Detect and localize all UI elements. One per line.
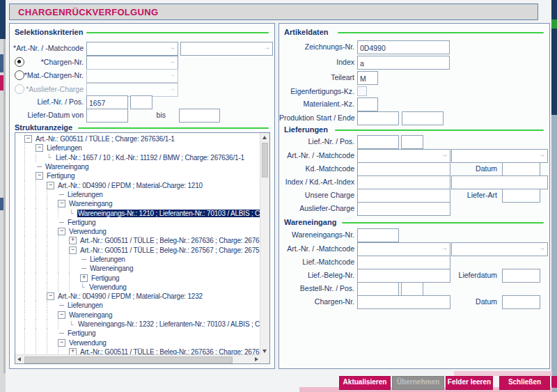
collapse-icon[interactable]: − [24, 135, 32, 143]
tree-node[interactable]: −Verwendung [16, 338, 260, 347]
tree-node[interactable]: Lieferungen [16, 301, 260, 310]
uebernehmen-button[interactable]: Übernehmen [392, 376, 444, 390]
lief-matchcode-input[interactable] [358, 257, 450, 269]
bestell-nr-input[interactable] [358, 283, 398, 296]
kd-matchcode-input[interactable] [358, 164, 450, 176]
bestell-nr-field[interactable] [357, 282, 399, 296]
lieferungen-art-matchcode-field[interactable]: → [451, 149, 548, 163]
materialent-kz-field[interactable] [357, 97, 378, 111]
produktion-ende-field[interactable] [402, 111, 444, 125]
tree-node[interactable]: −Wareneingang [16, 311, 260, 320]
lieferungen-lief-nr-input[interactable] [358, 136, 398, 149]
lief-nr-field[interactable] [86, 95, 128, 109]
liefer-art-input[interactable] [503, 190, 540, 203]
lieferungen-datum-field[interactable] [502, 162, 540, 176]
collapse-icon[interactable]: − [36, 144, 43, 152]
vertical-scroll-thumb[interactable] [262, 143, 268, 178]
lieferungen-art-matchcode-input[interactable] [452, 150, 547, 163]
liefer-datum-von-field[interactable] [86, 109, 128, 123]
wareneingang-chargen-nr-field[interactable] [357, 295, 450, 309]
collapse-icon[interactable]: − [47, 292, 54, 300]
collapse-icon[interactable]: − [36, 172, 43, 180]
aktualisieren-button[interactable]: Aktualisieren [339, 376, 391, 390]
liefer-art-field[interactable] [502, 189, 540, 203]
mat-chargen-field[interactable]: → [86, 69, 178, 83]
tree-node[interactable]: −Art.-Nr.: G00511 / TÜLLE ; Beleg-Nr.: 2… [16, 246, 260, 255]
tree-node[interactable]: +Fertigung [16, 273, 260, 282]
tree-node[interactable]: −Art.-Nr.: 0D4990 / EPDM ; Material-Char… [16, 292, 260, 301]
tree-node[interactable]: +Art.-Nr.: G00511 / TÜLLE ; Beleg-Nr.: 2… [16, 347, 260, 354]
eigenfertigungs-kz-checkbox[interactable] [357, 86, 367, 96]
tree-node[interactable]: −Verwendung [16, 227, 260, 236]
tree-node[interactable]: Wareneingang [16, 264, 260, 273]
tree-node[interactable]: −Art.-Nr.: 0D4990 / EPDM ; Material-Char… [16, 180, 260, 189]
art-matchcode-input[interactable] [181, 43, 272, 56]
tree-node[interactable]: └Wareneingangs-Nr.: 1232 ; Lieferanten-N… [16, 320, 260, 329]
liefer-datum-bis-input[interactable] [180, 110, 219, 123]
tree-node[interactable]: −Fertigung [16, 171, 260, 180]
tree-node[interactable]: └Verwendung [16, 283, 260, 292]
index-field[interactable] [357, 56, 450, 70]
wareneingangs-nr-field[interactable] [357, 228, 399, 242]
index-input-1[interactable] [358, 177, 450, 189]
lief-matchcode-field[interactable] [357, 256, 450, 269]
collapse-icon[interactable]: − [58, 228, 65, 235]
bestell-pos-input[interactable] [402, 283, 423, 296]
schliessen-button[interactable]: Schließen [499, 376, 550, 390]
liefer-datum-bis-field[interactable] [179, 109, 220, 123]
wareneingang-datum-input[interactable] [503, 297, 540, 309]
lieferungen-pos-field[interactable] [401, 135, 423, 149]
felder-leeren-button[interactable]: Felder leeren [446, 376, 493, 390]
lief-beleg-nr-input[interactable] [358, 270, 450, 283]
bestell-pos-field[interactable] [401, 282, 423, 296]
scroll-left-icon[interactable] [17, 357, 21, 361]
tree-node[interactable]: −Lieferungen [16, 143, 260, 152]
lieferungen-art-nr-field[interactable]: → [357, 149, 450, 163]
tree-node[interactable]: Lieferungen [16, 255, 260, 264]
lieferungen-datum-input[interactable] [503, 164, 540, 176]
wareneingang-art-matchcode-field[interactable]: → [451, 242, 548, 256]
lief-pos-input[interactable] [131, 97, 152, 109]
unsere-charge-field[interactable] [357, 189, 450, 203]
produktion-start-input[interactable] [358, 113, 398, 125]
collapse-icon[interactable]: − [58, 339, 65, 347]
lieferungen-art-nr-input[interactable] [358, 150, 450, 163]
tree-node[interactable]: └Lief.-Nr.: 1657 / 10 ; Kd.-Nr.: 11192 /… [16, 153, 260, 162]
collapse-icon[interactable]: − [58, 311, 65, 319]
tree-node[interactable]: −Wareneingang [16, 199, 260, 208]
ausliefer-charge-2-field[interactable] [357, 202, 450, 216]
tree-node[interactable]: └Wareneingangs-Nr.: 1210 ; Lieferanten-N… [16, 208, 260, 217]
lief-pos-field[interactable] [130, 95, 152, 109]
scroll-right-icon[interactable] [255, 357, 258, 361]
wareneingang-art-nr-input[interactable] [358, 244, 450, 256]
expand-icon[interactable]: + [69, 348, 77, 354]
vertical-scrollbar[interactable] [260, 133, 269, 355]
expand-icon[interactable]: + [80, 274, 88, 282]
liefer-datum-von-input[interactable] [87, 110, 127, 123]
scroll-up-icon[interactable] [262, 136, 267, 139]
zeichnungs-nr-field[interactable] [357, 40, 450, 54]
wareneingangs-nr-input[interactable] [358, 230, 398, 242]
scroll-down-icon[interactable] [262, 350, 267, 353]
index-input[interactable] [358, 57, 449, 70]
horizontal-scrollbar[interactable] [15, 354, 260, 363]
unsere-charge-input[interactable] [358, 190, 450, 203]
collapse-icon[interactable]: − [47, 182, 54, 189]
tree-node[interactable]: Wareneingang [16, 162, 260, 171]
lief-beleg-nr-field[interactable] [357, 269, 450, 283]
tree-node[interactable]: −Art.-Nr.: G00511 / TÜLLE ; Charge: 2676… [16, 134, 260, 143]
tree-node[interactable]: Fertigung [16, 218, 260, 227]
wareneingang-datum-field[interactable] [502, 295, 540, 309]
wareneingang-chargen-nr-input[interactable] [358, 297, 450, 309]
tree-node[interactable]: Lieferungen [16, 190, 260, 199]
lieferungen-pos-input[interactable] [402, 136, 423, 149]
art-nr-input[interactable] [87, 43, 178, 56]
ausliefer-charge-field[interactable]: → [86, 83, 178, 97]
collapse-icon[interactable]: − [58, 200, 65, 207]
index-field-1[interactable] [357, 175, 450, 189]
kd-art-index-field[interactable] [451, 175, 548, 189]
lieferungen-lief-nr-field[interactable] [357, 135, 399, 149]
horizontal-scroll-thumb[interactable] [24, 356, 233, 363]
tree-node[interactable]: +Art.-Nr.: G00511 / TÜLLE ; Beleg-Nr.: 2… [16, 236, 260, 245]
collapse-icon[interactable]: − [69, 246, 77, 254]
